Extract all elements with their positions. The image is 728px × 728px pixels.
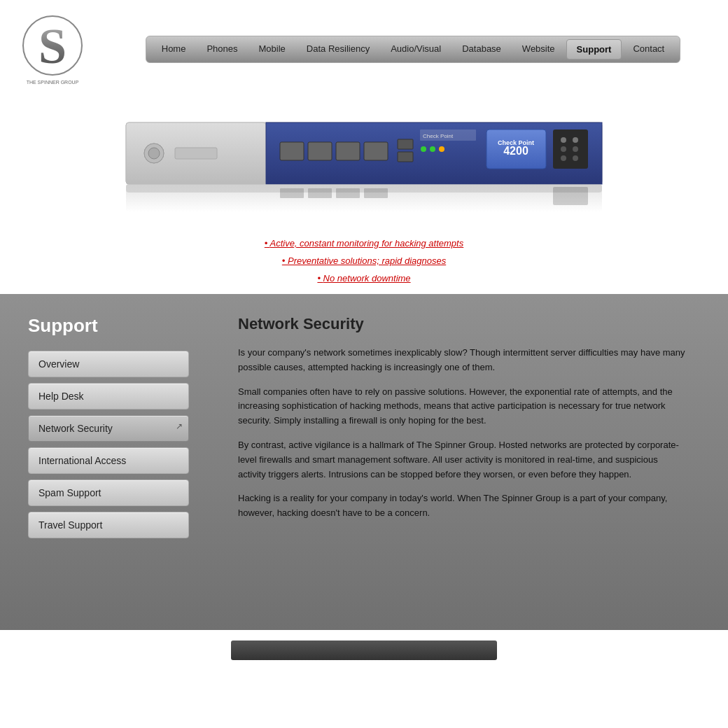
device-svg: Check Point Check Point 4200 [112,108,616,220]
svg-rect-36 [364,188,388,198]
svg-text:THE SPINNER GROUP: THE SPINNER GROUP [27,80,79,85]
sidebar-btn-helpdesk[interactable]: Help Desk [28,383,189,410]
nav-data-resiliency[interactable]: Data Resiliency [297,39,379,59]
svg-rect-25 [553,130,588,169]
sidebar: Support Overview Help Desk Network Secur… [28,315,224,602]
bullet-3[interactable]: No network downtime [317,273,410,284]
header: S THE SPINNER GROUP Home Phones Mobile D… [0,0,728,94]
logo-svg: S THE SPINNER GROUP [18,7,88,91]
svg-rect-37 [553,187,588,205]
svg-point-28 [561,146,566,152]
svg-point-8 [148,148,160,159]
nav-phones[interactable]: Phones [197,39,247,59]
svg-rect-12 [308,142,332,160]
bullet-2[interactable]: Preventative solutions; rapid diagnoses [282,255,446,266]
content-para-4: Hacking is a reality for your company in… [238,491,686,521]
svg-point-31 [573,155,578,161]
svg-rect-35 [336,188,360,198]
sidebar-btn-network-security[interactable]: Network Security ↗ [28,415,189,442]
main-content: Network Security Is your company's netwo… [224,315,700,602]
svg-text:4200: 4200 [503,145,528,157]
sidebar-title: Support [28,315,224,337]
bullets-section: Active, constant monitoring for hacking … [0,227,728,294]
sidebar-btn-travel-support[interactable]: Travel Support [28,512,189,538]
sidebar-btn-international-access[interactable]: International Access [28,447,189,474]
nav-contact[interactable]: Contact [623,39,674,59]
hero-section: Check Point Check Point 4200 [0,94,728,227]
device-image: Check Point Check Point 4200 [112,108,616,220]
content-title: Network Security [238,315,686,333]
svg-rect-34 [308,188,332,198]
footer-bar [0,630,728,671]
svg-point-20 [430,146,435,152]
nav-mobile[interactable]: Mobile [249,39,295,59]
support-section: Support Overview Help Desk Network Secur… [0,294,728,630]
svg-rect-14 [364,142,388,160]
content-para-3: By contrast, active vigilance is a hallm… [238,438,686,482]
svg-rect-16 [398,152,413,162]
nav-bar: Home Phones Mobile Data Resiliency Audio… [98,36,728,63]
sidebar-btn-spam-support[interactable]: Spam Support [28,479,189,506]
svg-rect-33 [280,188,304,198]
nav-audio-visual[interactable]: Audio/Visual [381,39,451,59]
svg-point-27 [573,137,578,143]
svg-point-21 [439,146,444,152]
nav-support[interactable]: Support [566,39,622,59]
svg-rect-13 [336,142,360,160]
svg-rect-15 [398,139,413,149]
svg-point-29 [573,146,578,152]
content-para-2: Small companies often have to rely on pa… [238,385,686,428]
nav-inner: Home Phones Mobile Data Resiliency Audio… [146,36,680,63]
nav-database[interactable]: Database [452,39,511,59]
logo-container: S THE SPINNER GROUP [7,7,98,91]
svg-point-26 [561,137,566,143]
nav-website[interactable]: Website [512,39,565,59]
svg-text:S: S [38,18,66,74]
footer-inner [231,640,497,660]
svg-rect-9 [175,148,217,159]
content-para-1: Is your company's network sometimes inex… [238,346,686,375]
svg-rect-32 [126,184,602,212]
svg-rect-11 [280,142,304,160]
svg-point-19 [421,146,426,152]
network-security-arrow: ↗ [176,421,183,431]
svg-text:Check Point: Check Point [423,133,454,139]
svg-point-30 [561,155,566,161]
nav-home[interactable]: Home [152,39,196,59]
bullet-1[interactable]: Active, constant monitoring for hacking … [265,238,463,248]
sidebar-btn-overview[interactable]: Overview [28,351,189,377]
